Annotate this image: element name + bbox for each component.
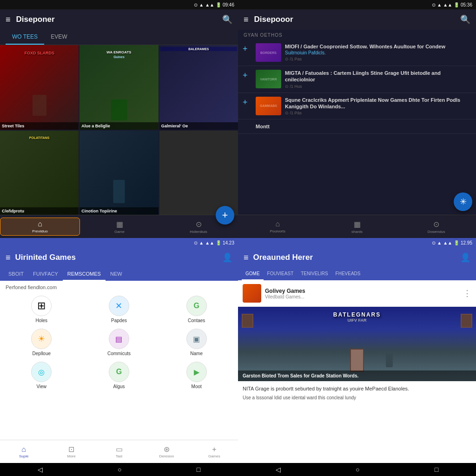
nav-dowendus[interactable]: ⊙ Dowendus bbox=[397, 218, 476, 236]
more-icon-q3: ⊡ bbox=[68, 445, 74, 454]
news-section-title: GYAN OETHOS bbox=[238, 30, 476, 40]
nav-pouivorts[interactable]: ⌂ Pouivorts bbox=[238, 218, 317, 235]
article-more-button[interactable]: ⋮ bbox=[463, 288, 471, 298]
app-item-view[interactable]: ◎ View bbox=[6, 362, 78, 389]
news-add-0[interactable]: + bbox=[243, 44, 252, 54]
view-icon: ◎ bbox=[31, 362, 52, 382]
grid-cell-5[interactable]: Cinotion Topiirine bbox=[79, 131, 158, 215]
article-text-2: Use a lsssonal Idid use idental ward thi… bbox=[243, 395, 471, 401]
tab-fuivfacy[interactable]: FUIVFACY bbox=[28, 268, 63, 281]
news-link-0[interactable]: Suitrnoiuin Pafdicls. bbox=[285, 50, 471, 56]
moot-icon: ▶ bbox=[186, 362, 207, 382]
fab-button-q1[interactable]: + bbox=[216, 206, 234, 225]
nav-previiduo[interactable]: ⌂ Previiduo bbox=[0, 218, 80, 236]
news-text-0: MIOFI / Gader Coopronied Sottow. Wihonte… bbox=[285, 43, 471, 61]
grid-cell-2[interactable]: WA ENROATS Guines Alue a Beliglie bbox=[79, 45, 158, 130]
search-button-q1[interactable]: 🔍 bbox=[222, 14, 232, 25]
nav-more[interactable]: ⊡ More bbox=[47, 445, 95, 458]
news-meta-1: ⊙ /1 Hus bbox=[285, 84, 471, 89]
tab-tenivelirs[interactable]: TENIVELIRS bbox=[297, 268, 331, 280]
news-thumb-2: GAMMABS bbox=[256, 97, 281, 115]
blue-content-q3: Perfoned fiendlon.com ⊞ Holes ✕ Papdes bbox=[0, 281, 238, 440]
battery-icon-q3: 🔋 bbox=[216, 240, 221, 245]
grid-cell-4[interactable]: POLATITANS C/eñdprotu bbox=[0, 131, 79, 215]
search-button-q4[interactable]: 👤 bbox=[460, 252, 470, 263]
app-title-q3: Uirinited Games bbox=[15, 253, 218, 262]
article-body: NITA Grage is probortt seburted by tratn… bbox=[238, 381, 476, 463]
nav-game[interactable]: ▦ Game bbox=[80, 218, 159, 236]
menu-button-q4[interactable]: ≡ bbox=[244, 253, 249, 263]
menu-button-q3[interactable]: ≡ bbox=[6, 253, 11, 263]
app-item-name[interactable]: ▣ Name bbox=[160, 329, 232, 356]
blue-subtitle: Perfoned fiendlon.com bbox=[0, 281, 238, 292]
battery-icon-q4: 🔋 bbox=[454, 240, 459, 245]
grid-cell-6 bbox=[159, 131, 238, 215]
home-button-q4[interactable]: ○ bbox=[346, 464, 369, 475]
fab-button-q2[interactable]: ✳ bbox=[454, 192, 472, 211]
source-sub: Viledbatd Games... bbox=[265, 294, 459, 299]
nav-deresion[interactable]: ⊛ Deresion bbox=[143, 445, 190, 458]
recent-button-q3[interactable]: □ bbox=[187, 464, 210, 475]
menu-button-q2[interactable]: ≡ bbox=[244, 15, 249, 25]
status-icons-q3: ⊙ ▲ ▲▲ 🔋 14.23 bbox=[194, 240, 234, 245]
app-item-papdes[interactable]: ✕ Papdes bbox=[83, 296, 155, 323]
clock-icon-q3: ⊙ bbox=[194, 240, 198, 245]
app-title-q1: Diseponer bbox=[16, 15, 217, 24]
app-item-algus[interactable]: G Algus bbox=[83, 362, 155, 389]
app-item-deplloue[interactable]: ☀ Deplloue bbox=[6, 329, 78, 356]
status-icons-q2: ⊙ ▲ ▲▲ 🔋 05:36 bbox=[432, 2, 472, 7]
cell-label-1: Street Tiles bbox=[0, 122, 79, 130]
grid-cell-1[interactable]: FOXD SLARDS Street Tiles bbox=[0, 45, 79, 130]
source-info: Golivey Games Viledbatd Games... bbox=[265, 288, 459, 299]
nav-shards[interactable]: ▦ shards bbox=[317, 218, 397, 236]
tab-remscomes[interactable]: REMSCOMES bbox=[63, 268, 106, 281]
tast-icon-q3: ▭ bbox=[116, 445, 123, 454]
recent-button-q4[interactable]: □ bbox=[425, 464, 448, 475]
news-text-3: Montt bbox=[243, 123, 471, 130]
news-item-3[interactable]: Montt bbox=[238, 119, 476, 134]
app-title-q4: Oreauned Herer bbox=[253, 253, 456, 262]
bottom-left-quadrant: ⊙ ▲ ▲▲ 🔋 14.23 ≡ Uirinited Games 👤 SBOIT… bbox=[0, 238, 238, 476]
contaes-icon: G bbox=[186, 296, 207, 316]
app-item-contaes[interactable]: G Contaes bbox=[160, 296, 232, 323]
tab-gome[interactable]: GOME bbox=[242, 268, 264, 280]
tab-new[interactable]: NEW bbox=[106, 268, 127, 281]
app-item-commicuts[interactable]: ▤ Commicuts bbox=[83, 329, 155, 356]
signal-icon-q2: ▲▲ bbox=[443, 2, 452, 7]
tab-fheveads[interactable]: FHEVEADS bbox=[332, 268, 364, 280]
time-q4: 12.95 bbox=[461, 240, 472, 245]
grid-cell-3[interactable]: BALERAMES Galmieral' Oe bbox=[159, 45, 238, 130]
tab-sboit[interactable]: SBOIT bbox=[4, 268, 28, 281]
game2-figure bbox=[111, 99, 127, 120]
frame-right bbox=[461, 314, 472, 328]
wifi-icon: ▲ bbox=[199, 2, 204, 7]
back-button-q4[interactable]: ◁ bbox=[266, 464, 290, 475]
nav-tast[interactable]: ▭ Tast bbox=[95, 445, 143, 458]
search-button-q2[interactable]: 🔍 bbox=[460, 14, 470, 25]
bottom-nav-q3: ⌂ Suple ⊡ More ▭ Tast ⊛ Deresion + Games bbox=[0, 440, 238, 463]
news-text-1: MIGTA / Fatuoales : Cartem Liingls Stine… bbox=[285, 70, 471, 89]
tab-wotees[interactable]: WO TEES bbox=[6, 30, 44, 45]
cell-label-5: Cinotion Topiirine bbox=[79, 207, 158, 215]
news-item-2[interactable]: + GAMMABS Squne Craclcriks Appmert Pripl… bbox=[238, 93, 476, 120]
back-button-q3[interactable]: ◁ bbox=[28, 464, 52, 475]
home-button-q3[interactable]: ○ bbox=[108, 464, 131, 475]
news-add-1[interactable]: + bbox=[243, 71, 252, 80]
app-item-moot[interactable]: ▶ Moot bbox=[160, 362, 232, 389]
news-item-0[interactable]: + BORDERS MIOFI / Gader Coopronied Sotto… bbox=[238, 40, 476, 66]
news-item-1[interactable]: + VANITORR MIGTA / Fatuoales : Cartem Li… bbox=[238, 66, 476, 93]
news-add-2[interactable]: + bbox=[243, 98, 252, 107]
search-button-q3[interactable]: 👤 bbox=[222, 252, 232, 263]
tab-evew[interactable]: EVEW bbox=[44, 30, 73, 45]
menu-button-q1[interactable]: ≡ bbox=[6, 15, 11, 25]
nav-games[interactable]: + Games bbox=[191, 445, 238, 458]
game2-title: WA ENROATS bbox=[106, 50, 131, 54]
algus-icon: G bbox=[109, 362, 129, 382]
news-title-0: MIOFI / Gader Coopronied Sottow. Wihonte… bbox=[285, 43, 471, 50]
app-item-holes[interactable]: ⊞ Holes bbox=[6, 296, 78, 323]
bottom-nav-q1: ⌂ Previiduo ▦ Game ⊙ Holierdiuis + bbox=[0, 215, 238, 238]
door-visual bbox=[350, 349, 364, 372]
nav-suple[interactable]: ⌂ Suple bbox=[0, 445, 47, 458]
tab-fouvieast[interactable]: FOUVIEAST bbox=[264, 268, 298, 280]
article-caption: Garston Bioted Trom Sales for Grade Stat… bbox=[238, 370, 476, 381]
